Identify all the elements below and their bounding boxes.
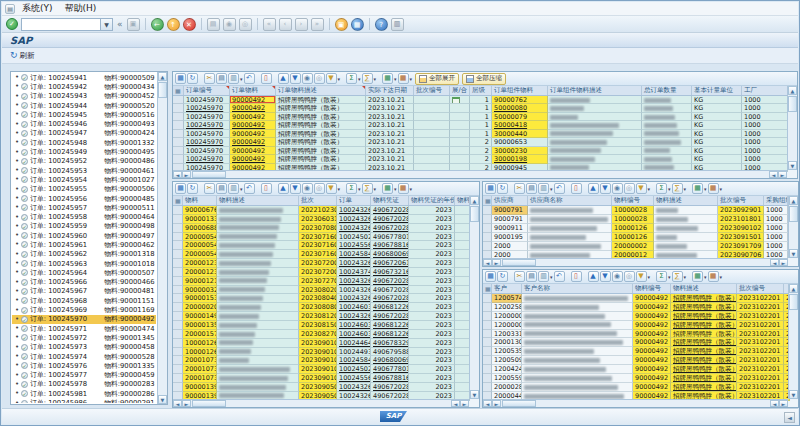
- cell[interactable]: 招牌黑鸭鸭脖（散装）: [671, 374, 737, 383]
- cell[interactable]: 90000492: [230, 96, 276, 104]
- copy-icon[interactable]: ▤: [216, 73, 227, 84]
- cell[interactable]: 招牌黑鸭鸭脖（散装）: [671, 294, 737, 303]
- column-header[interactable]: 基本计量单位: [692, 86, 742, 95]
- batches-vertical-scrollbar[interactable]: ▲ ▼: [469, 196, 479, 399]
- tree-item[interactable]: •✓订单: 100245954物料:90001027: [12, 175, 156, 184]
- scroll-right-icon[interactable]: ►: [492, 259, 501, 266]
- scroll-up-icon[interactable]: ▲: [158, 72, 167, 81]
- column-header[interactable]: 采购组织: [764, 196, 788, 205]
- sum-icon[interactable]: Σ▾: [656, 183, 671, 194]
- scroll-left-icon[interactable]: ◄: [173, 171, 182, 178]
- cell[interactable]: 100243260: [337, 224, 371, 233]
- tree-item[interactable]: •✓订单: 100245959物料:90000498: [12, 222, 156, 231]
- delete-icon[interactable]: ▯: [571, 183, 582, 194]
- column-header[interactable]: 批次编号: [737, 284, 784, 293]
- cell[interactable]: 4906812267: [371, 330, 409, 339]
- column-header[interactable]: 供应商名称: [528, 196, 612, 205]
- cell[interactable]: 4906720286: [371, 294, 409, 303]
- tree-item[interactable]: •✓订单: 100245970物料:90000492: [12, 315, 156, 324]
- cell[interactable]: 招牌黑鸭鸭脖（散装）: [671, 347, 737, 356]
- column-header[interactable]: 工厂: [742, 86, 788, 95]
- cell[interactable]: 4906778010: [371, 233, 409, 242]
- delete-icon[interactable]: ▯: [571, 271, 582, 282]
- expand-grid-icon[interactable]: [452, 97, 460, 104]
- refresh-icon[interactable]: ↻: [497, 183, 508, 194]
- scrollbar-thumb[interactable]: [788, 96, 797, 112]
- column-header[interactable]: ▦: [483, 196, 492, 205]
- scroll-up-icon[interactable]: ▲: [470, 196, 479, 205]
- cell[interactable]: 4906720286: [371, 215, 409, 224]
- column-header[interactable]: 供应商: [492, 196, 528, 205]
- column-header[interactable]: 层级: [470, 86, 492, 95]
- cell[interactable]: 90000492: [230, 104, 276, 112]
- tree-item[interactable]: •✓订单: 100245953物料:90000461: [12, 166, 156, 175]
- scroll-left-icon[interactable]: ◄: [483, 259, 492, 266]
- tree-item[interactable]: •✓订单: 100245952物料:90000486: [12, 157, 156, 166]
- cell[interactable]: 100245970: [184, 147, 230, 155]
- column-header[interactable]: 物料凭证: [371, 196, 409, 205]
- column-header[interactable]: 客户名称: [522, 284, 633, 293]
- help-icon[interactable]: ?: [375, 18, 388, 31]
- refresh-icon[interactable]: ↻: [187, 183, 198, 194]
- print-icon[interactable]: ▤: [207, 18, 220, 31]
- command-field[interactable]: ▼: [21, 18, 113, 31]
- scroll-up-icon[interactable]: ▲: [789, 284, 798, 293]
- scroll-right-icon[interactable]: ►: [778, 171, 787, 178]
- undo-icon[interactable]: ↶: [554, 183, 565, 194]
- tree-item[interactable]: •✓订单: 100245966物料:90000466: [12, 278, 156, 287]
- delete-icon[interactable]: ▯: [261, 73, 272, 84]
- tree-item[interactable]: •✓订单: 100245956物料:90000485: [12, 194, 156, 203]
- copy-list-icon[interactable]: ▥▾: [228, 73, 243, 84]
- customers-vertical-scrollbar[interactable]: ▲ ▼: [788, 284, 798, 399]
- cell[interactable]: 100245022: [337, 233, 371, 242]
- sort-asc-icon[interactable]: ▲: [278, 183, 289, 194]
- column-header[interactable]: 批次编号: [414, 86, 450, 95]
- column-header[interactable]: ▦: [173, 196, 183, 205]
- column-header[interactable]: 订单: [337, 196, 371, 205]
- cell[interactable]: 100245970: [184, 130, 230, 138]
- shortcut-icon[interactable]: ▦: [351, 18, 364, 31]
- cell[interactable]: 4906800692: [371, 250, 409, 259]
- cell[interactable]: 4906732162: [371, 268, 409, 277]
- suppliers-horizontal-scrollbar[interactable]: ◄ ► ◄ ►: [483, 258, 788, 266]
- first-page-icon[interactable]: «: [263, 18, 276, 31]
- scroll-right-icon[interactable]: ►: [779, 400, 788, 407]
- cell[interactable]: 4906788168: [371, 374, 409, 383]
- cell[interactable]: 100245022: [337, 365, 371, 374]
- scroll-left-icon[interactable]: ◄: [770, 400, 779, 407]
- sort-desc-icon[interactable]: ▼: [290, 183, 301, 194]
- system-menu-icon[interactable]: ▤: [5, 4, 15, 14]
- cell[interactable]: 30000230: [492, 147, 548, 155]
- cell[interactable]: 4906720616: [371, 259, 409, 268]
- export-icon[interactable]: ▦▾: [692, 271, 707, 282]
- column-header[interactable]: 订单编号: [184, 86, 230, 95]
- back-icon[interactable]: ←: [151, 18, 164, 31]
- cell[interactable]: 100245569: [337, 241, 371, 250]
- cell[interactable]: 100245970: [184, 104, 230, 112]
- cell[interactable]: 100243260: [337, 215, 371, 224]
- layout-icon[interactable]: ▦▾: [398, 73, 413, 84]
- scroll-left-icon[interactable]: ◄: [451, 400, 460, 407]
- cell[interactable]: 100243748: [337, 268, 371, 277]
- refresh-icon[interactable]: ↻: [187, 73, 198, 84]
- cell[interactable]: 100245844: [337, 356, 371, 365]
- cell[interactable]: 100244640: [337, 339, 371, 348]
- tree-item[interactable]: •✓订单: 100245969物料:90001169: [12, 305, 156, 314]
- subtotal-icon[interactable]: ∑▾: [672, 183, 687, 194]
- cell[interactable]: 90000492: [230, 130, 276, 138]
- find-icon[interactable]: ◉: [302, 73, 313, 84]
- cell[interactable]: 100245970: [184, 113, 230, 121]
- column-header[interactable]: 物料凭证项目: [455, 196, 470, 205]
- find-next-icon[interactable]: ◎: [239, 18, 252, 31]
- collapse-all-button[interactable]: 全部压缩: [462, 73, 506, 85]
- scroll-left-icon[interactable]: ◄: [483, 400, 492, 407]
- cell[interactable]: 4906720286: [371, 277, 409, 286]
- scroll-right-icon[interactable]: ►: [492, 400, 501, 407]
- scrollbar-thumb[interactable]: [192, 400, 226, 407]
- tree-item[interactable]: •✓订单: 100245944物料:90000520: [12, 101, 156, 110]
- sum-icon[interactable]: Σ▾: [346, 73, 361, 84]
- cell[interactable]: 90000492: [230, 147, 276, 155]
- refresh-button[interactable]: ↻ 刷新: [7, 50, 38, 62]
- orders-vertical-scrollbar[interactable]: ▲ ▼: [787, 86, 797, 170]
- menu-help[interactable]: 帮助(H): [60, 2, 102, 15]
